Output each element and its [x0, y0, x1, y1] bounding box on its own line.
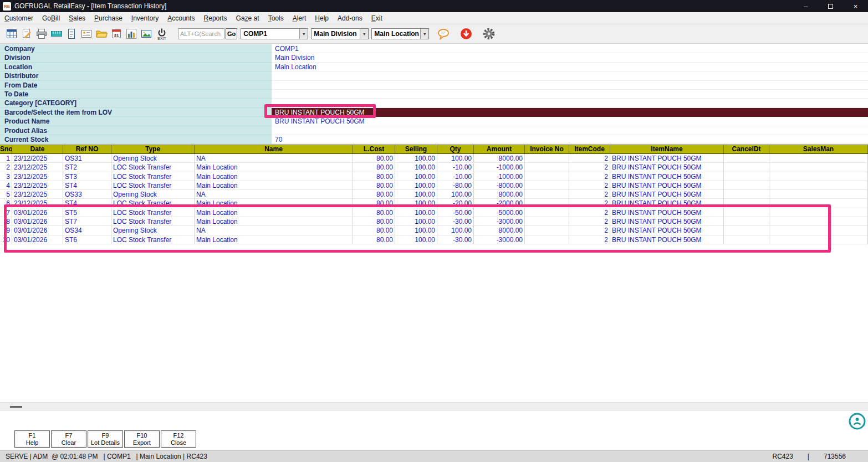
assistant-icon[interactable] — [848, 412, 866, 430]
f10-export-button[interactable]: F10Export — [124, 430, 160, 448]
edit-document-icon[interactable] — [19, 25, 34, 42]
cell-salesman — [769, 235, 868, 244]
combo-comp1[interactable]: COMP1▼ — [241, 28, 308, 39]
contact-card-icon[interactable] — [79, 25, 94, 42]
download-icon[interactable] — [458, 25, 473, 42]
column-header-canceldt[interactable]: CancelDt — [724, 145, 769, 153]
cell-invoice-no — [525, 172, 569, 181]
table-row[interactable]: 423/12/2025ST4LOC Stock TransferMain Loc… — [0, 181, 868, 190]
column-header-selling[interactable]: Selling — [395, 145, 437, 153]
minimize-button[interactable]: – — [793, 0, 818, 12]
cell-itemcode: 2 — [569, 181, 610, 190]
form-value-product-name[interactable]: BRU INSTANT POUCH 50GM — [272, 117, 868, 126]
menu-item-alert[interactable]: Alert — [288, 14, 311, 22]
form-row-product-alias: Product Alias — [0, 126, 868, 135]
table-row[interactable]: 703/01/2026ST5LOC Stock TransferMain Loc… — [0, 208, 868, 217]
folder-icon[interactable] — [94, 25, 109, 42]
column-header-date[interactable]: Date — [12, 145, 63, 153]
f1-help-button[interactable]: F1Help — [14, 430, 50, 448]
form-value-location[interactable]: Main Location — [272, 63, 868, 71]
combo-main-location[interactable]: Main Location▼ — [371, 28, 429, 39]
chart-icon[interactable] — [124, 25, 139, 42]
form-value-distributor[interactable] — [272, 71, 868, 80]
cell-ref-no: OS31 — [63, 154, 111, 163]
maximize-button[interactable] — [818, 0, 843, 12]
form-value-barcode-select-the-item-from-lov[interactable]: BRU INSTANT POUCH 50GM — [272, 108, 868, 117]
table-icon[interactable] — [4, 25, 19, 42]
close-button[interactable]: × — [843, 0, 868, 12]
document-icon[interactable] — [64, 25, 79, 42]
fkey-label: Clear — [62, 439, 76, 446]
form-value-division[interactable]: Main Division — [272, 53, 868, 62]
column-header-invoice-no[interactable]: Invoice No — [525, 145, 569, 153]
column-header-l-cost[interactable]: L.Cost — [353, 145, 395, 153]
form-value-from-date[interactable] — [272, 81, 868, 90]
scrollbar-thumb[interactable] — [10, 406, 22, 408]
f9-lot-details-button[interactable]: F9Lot Details — [88, 430, 123, 448]
column-header-amount[interactable]: Amount — [474, 145, 525, 153]
cell-ref-no: OS33 — [63, 190, 111, 199]
menu-item-gobill[interactable]: GoBill — [38, 14, 64, 22]
column-header-qty[interactable]: Qty — [437, 145, 474, 153]
column-header-type[interactable]: Type — [111, 145, 195, 153]
column-header-name[interactable]: Name — [195, 145, 353, 153]
table-row[interactable]: 903/01/2026OS34Opening StockNA80.00100.0… — [0, 226, 868, 235]
menu-item-add-ons[interactable]: Add-ons — [333, 14, 367, 22]
menu-item-reports[interactable]: Reports — [200, 14, 232, 22]
go-button[interactable]: Go — [226, 28, 237, 39]
cell-itemcode: 2 — [569, 226, 610, 235]
print-icon[interactable] — [34, 25, 49, 42]
form-value-current-stock[interactable]: 70 — [272, 135, 868, 144]
cell-canceldt — [724, 235, 769, 244]
combo-main-division[interactable]: Main Division▼ — [311, 28, 369, 39]
column-header-itemname[interactable]: ItemName — [610, 145, 724, 153]
table-row[interactable]: 523/12/2025OS33Opening StockNA80.00100.0… — [0, 190, 868, 199]
cell-selling: 100.00 — [395, 163, 437, 172]
settings-gear-icon[interactable] — [481, 25, 496, 42]
menu-item-exit[interactable]: Exit — [367, 14, 387, 22]
chat-icon[interactable] — [436, 25, 451, 42]
menu-item-customer[interactable]: Customer — [0, 14, 38, 22]
form-value-category-category[interactable] — [272, 99, 868, 107]
table-row[interactable]: 623/12/2025ST4LOC Stock TransferMain Loc… — [0, 199, 868, 208]
form-value-product-alias[interactable] — [272, 126, 868, 135]
f7-clear-button[interactable]: F7Clear — [51, 430, 86, 448]
form-value-to-date[interactable] — [272, 90, 868, 99]
column-header-salesman[interactable]: SalesMan — [769, 145, 868, 153]
cell-type: Opening Stock — [111, 226, 195, 235]
menu-item-accounts[interactable]: Accounts — [163, 14, 199, 22]
menu-item-inventory[interactable]: Inventory — [127, 14, 163, 22]
cell-sno: 6 — [0, 199, 12, 208]
horizontal-scrollbar[interactable] — [0, 402, 868, 410]
exit-power-icon[interactable]: EXIT — [154, 25, 170, 42]
form-row-product-name: Product NameBRU INSTANT POUCH 50GM — [0, 117, 868, 126]
menu-item-tools[interactable]: Tools — [264, 14, 288, 22]
table-row[interactable]: 223/12/2025ST2LOC Stock TransferMain Loc… — [0, 163, 868, 172]
column-header-sno[interactable]: Sno — [0, 145, 12, 153]
calendar-icon[interactable]: 31 — [109, 25, 124, 42]
menu-item-sales[interactable]: Sales — [64, 14, 90, 22]
cell-canceldt — [724, 163, 769, 172]
table-row[interactable]: 123/12/2025OS31Opening StockNA80.00100.0… — [0, 154, 868, 163]
table-row[interactable]: 803/01/2026ST7LOC Stock TransferMain Loc… — [0, 217, 868, 226]
cell-selling: 100.00 — [395, 154, 437, 163]
menu-item-gaze-at[interactable]: Gaze at — [232, 14, 264, 22]
form-row-location: LocationMain Location — [0, 63, 868, 71]
menu-item-help[interactable]: Help — [310, 14, 333, 22]
table-row[interactable]: 1003/01/2026ST6LOC Stock TransferMain Lo… — [0, 235, 868, 244]
form-label: Barcode/Select the item from LOV — [0, 108, 272, 117]
column-header-itemcode[interactable]: ItemCode — [569, 145, 610, 153]
form-value-company[interactable]: COMP1 — [272, 44, 868, 53]
form-row-current-stock: Current Stock70 — [0, 135, 868, 144]
search-input[interactable] — [178, 28, 224, 39]
ruler-icon[interactable] — [49, 25, 64, 42]
table-row[interactable]: 323/12/2025ST3LOC Stock TransferMain Loc… — [0, 172, 868, 181]
image-icon[interactable] — [139, 25, 154, 42]
column-header-ref-no[interactable]: Ref NO — [63, 145, 111, 153]
cell-canceldt — [724, 190, 769, 199]
fkey-label: Help — [26, 439, 39, 446]
status-bar: SERVE | ADM @ 02:01:48 PM | COMP1 | Main… — [0, 450, 868, 462]
form-row-barcode-select-the-item-from-lov: Barcode/Select the item from LOVBRU INST… — [0, 108, 868, 117]
menu-item-purchase[interactable]: Purchase — [90, 14, 127, 22]
f12-close-button[interactable]: F12Close — [161, 430, 196, 448]
